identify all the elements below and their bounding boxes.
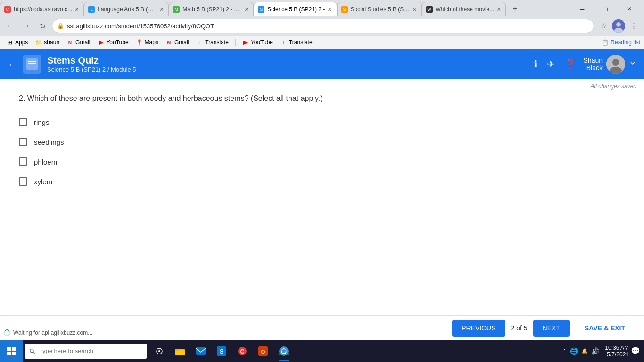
address-bar[interactable]: 🔒 ssi.agilixbuzz.com/student/153576052/a…	[52, 19, 594, 33]
app-icon	[23, 55, 41, 74]
profile-icon[interactable]	[612, 19, 625, 33]
bookmark-youtube-2[interactable]: ▶ YouTube	[239, 38, 276, 47]
checkbox-xylem[interactable]	[19, 177, 27, 186]
minimize-button[interactable]: ‒	[571, 2, 593, 16]
taskbar-search-box[interactable]	[25, 344, 147, 359]
answer-option-xylem[interactable]: xylem	[19, 177, 625, 186]
send-icon[interactable]: ✈	[547, 58, 555, 70]
tab-close-lang[interactable]: ×	[159, 6, 165, 13]
app-title-group: Stems Quiz Science 5 B (SP21) 2 / Module…	[47, 55, 534, 73]
start-button[interactable]	[0, 340, 23, 362]
browser-tab-science[interactable]: S Science 5 B (SP21) 2 - ×	[254, 2, 337, 16]
window-controls: ‒ ◻ ✕	[571, 2, 644, 16]
bookmark-maps-label: Maps	[145, 39, 158, 46]
bookmark-gmail-1[interactable]: M Gmail	[64, 38, 93, 47]
reading-list-icon: 📋	[602, 39, 609, 46]
tray-chevron-icon[interactable]: ⌃	[562, 348, 566, 354]
tray-network-icon[interactable]: 🌐	[570, 347, 578, 355]
taskbar-app-store[interactable]: S	[211, 340, 232, 362]
new-tab-button[interactable]: +	[508, 2, 522, 16]
save-exit-button[interactable]: SAVE & EXIT	[575, 320, 635, 337]
browser-chrome: C https://coda.astravo.c... × L Language…	[0, 0, 644, 49]
bookmark-youtube-1-label: YouTube	[106, 39, 128, 46]
bookmark-star-icon[interactable]: ☆	[597, 19, 610, 33]
bookmark-shaun[interactable]: 📁 shaun	[33, 38, 62, 47]
browser-tab-math[interactable]: M Math 5 B (SP21) 2 - Ac... ×	[169, 2, 254, 16]
tab-close-science[interactable]: ×	[327, 6, 332, 13]
browser-tab-movie[interactable]: W Which of these movie... ×	[422, 2, 506, 16]
gmail-icon-1: M	[67, 39, 74, 46]
forward-button[interactable]: →	[20, 19, 33, 33]
answer-option-rings[interactable]: rings	[19, 118, 625, 126]
header-dropdown-arrow[interactable]	[629, 59, 636, 69]
svg-point-14	[30, 349, 33, 352]
taskbar-time-display: 10:36 AM	[605, 345, 629, 351]
tray-volume-icon[interactable]: 🔊	[591, 347, 599, 355]
browser-tab-astravo[interactable]: C https://coda.astravo.c... ×	[0, 2, 84, 16]
taskbar-clock[interactable]: 10:36 AM 5/7/2021	[605, 345, 629, 358]
restore-button[interactable]: ◻	[595, 2, 617, 16]
taskbar-app-explorer[interactable]	[170, 340, 190, 362]
bookmark-youtube-1[interactable]: ▶ YouTube	[95, 38, 131, 47]
translate-icon-1: T	[197, 39, 203, 46]
user-avatar[interactable]	[606, 55, 625, 74]
waiting-text: Waiting for api.agilixbuzz.com...	[13, 329, 92, 336]
taskview-button[interactable]	[149, 340, 170, 362]
help-icon[interactable]: ❓	[564, 58, 576, 70]
tab-icon-social: S	[341, 6, 348, 13]
answer-option-phloem[interactable]: phloem	[19, 157, 625, 166]
checkbox-seedlings[interactable]	[19, 138, 27, 146]
menu-icon[interactable]: ⋮	[627, 19, 640, 33]
tab-close-astravo[interactable]: ×	[74, 6, 80, 13]
gmail-icon-2: M	[166, 39, 173, 46]
toolbar-right: ☆ ⋮	[597, 19, 640, 33]
app-subtitle: Science 5 B (SP21) 2 / Module 5	[47, 66, 534, 73]
info-icon[interactable]: ℹ	[534, 58, 537, 70]
svg-rect-5	[28, 63, 36, 64]
taskbar-app-office[interactable]: O	[253, 340, 273, 362]
svg-rect-21	[196, 347, 206, 355]
bookmark-translate-1[interactable]: T Translate	[194, 38, 231, 47]
user-first-name: Shaun	[584, 57, 603, 64]
next-button[interactable]: NEXT	[533, 320, 570, 337]
tab-close-math[interactable]: ×	[244, 6, 249, 13]
taskbar-search-input[interactable]	[39, 347, 142, 354]
reading-list-button[interactable]: 📋 Reading list	[602, 39, 640, 46]
bookmark-translate-2[interactable]: T Translate	[278, 38, 315, 47]
refresh-button[interactable]: ↻	[36, 19, 49, 33]
browser-tab-social[interactable]: S Social Studies 5 B (SP... ×	[337, 2, 422, 16]
back-button[interactable]: ←	[4, 19, 17, 33]
previous-button[interactable]: PREVIOUS	[452, 320, 505, 337]
checkbox-phloem[interactable]	[19, 157, 27, 166]
browser-tab-lang[interactable]: L Language Arts 5 B (SP... ×	[84, 2, 169, 16]
checkbox-rings[interactable]	[19, 118, 27, 126]
svg-rect-11	[12, 347, 16, 351]
back-navigation-button[interactable]: ←	[8, 59, 17, 70]
taskbar-app-chrome[interactable]	[273, 340, 294, 362]
close-button[interactable]: ✕	[619, 2, 640, 16]
bookmark-shaun-label: shaun	[44, 39, 59, 46]
tab-icon-math: M	[173, 6, 180, 13]
bookmark-apps-label: Apps	[15, 39, 28, 46]
taskbar-app-app1[interactable]: C	[232, 340, 253, 362]
svg-rect-13	[12, 352, 16, 355]
svg-text:S: S	[220, 348, 223, 355]
answer-option-seedlings[interactable]: seedlings	[19, 138, 625, 146]
svg-line-15	[33, 352, 35, 354]
bookmark-apps[interactable]: ⊞ Apps	[4, 38, 31, 47]
app-header: ← Stems Quiz Science 5 B (SP21) 2 / Modu…	[0, 49, 644, 79]
tab-title-movie: Which of these movie...	[436, 6, 495, 13]
bookmark-gmail-2[interactable]: M Gmail	[163, 38, 192, 47]
tray-notifications-button[interactable]: 💬	[631, 346, 640, 355]
svg-rect-12	[7, 352, 11, 355]
sys-icons: ⌃ 🌐 🔔 🔊	[559, 347, 603, 355]
bookmark-maps[interactable]: 📍 Maps	[133, 38, 161, 47]
apps-icon: ⊞	[7, 39, 13, 46]
answer-label-phloem: phloem	[34, 158, 57, 166]
tab-icon-science: S	[258, 6, 264, 13]
bookmark-gmail-1-label: Gmail	[75, 39, 90, 46]
svg-point-1	[616, 22, 621, 27]
tab-close-movie[interactable]: ×	[496, 6, 502, 13]
tab-close-social[interactable]: ×	[412, 6, 417, 13]
taskbar-app-mail[interactable]	[190, 340, 211, 362]
